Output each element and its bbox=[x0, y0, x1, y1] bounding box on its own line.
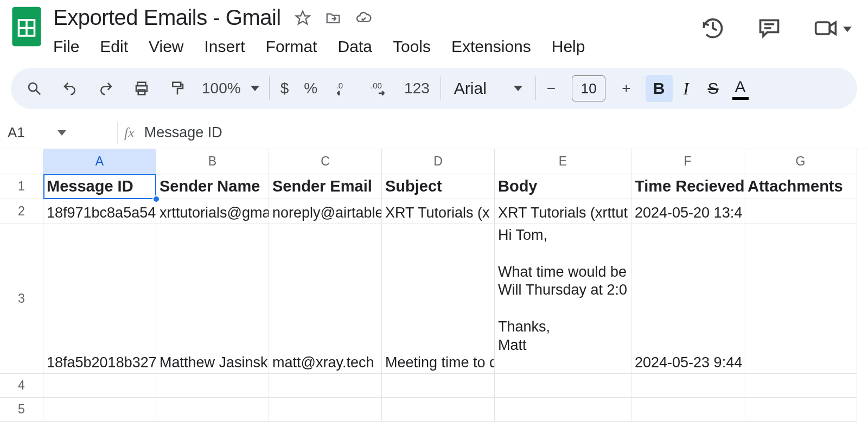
cell-G3[interactable] bbox=[744, 224, 857, 374]
formula-input[interactable]: Message ID bbox=[144, 124, 222, 141]
col-header-C[interactable]: C bbox=[269, 149, 382, 174]
svg-rect-14 bbox=[173, 82, 181, 87]
cell-A3[interactable]: 18fa5b2018b327 bbox=[43, 224, 156, 374]
spreadsheet-grid[interactable]: A B C D E F G 1 Message ID Sender Name S… bbox=[0, 149, 868, 422]
font-select[interactable]: Arial bbox=[444, 79, 532, 98]
cell-E2[interactable]: XRT Tutorials (xrttut bbox=[495, 199, 631, 224]
svg-text:.00: .00 bbox=[371, 81, 382, 90]
cell-E3[interactable]: Hi Tom, What time would be Will Thursday… bbox=[495, 224, 631, 374]
row-header-3[interactable]: 3 bbox=[0, 224, 43, 374]
cloud-saved-icon[interactable] bbox=[355, 9, 372, 27]
star-icon[interactable] bbox=[294, 9, 311, 27]
cell-C1[interactable]: Sender Email bbox=[269, 174, 382, 199]
document-title[interactable]: Exported Emails - Gmail bbox=[53, 5, 281, 30]
select-all-corner[interactable] bbox=[0, 149, 43, 174]
fx-icon: fx bbox=[124, 125, 135, 141]
cell-C5[interactable] bbox=[269, 398, 382, 422]
svg-text:.0: .0 bbox=[336, 81, 343, 90]
increase-font-size-button[interactable]: + bbox=[614, 80, 638, 97]
decrease-decimal-button[interactable]: .0 bbox=[325, 75, 361, 102]
row-header-5[interactable]: 5 bbox=[0, 398, 43, 422]
cell-C4[interactable] bbox=[269, 374, 382, 398]
menu-format[interactable]: Format bbox=[266, 37, 317, 56]
menu-file[interactable]: File bbox=[53, 37, 79, 56]
bold-button[interactable]: B bbox=[646, 75, 673, 102]
comments-icon[interactable] bbox=[757, 16, 781, 42]
col-header-A[interactable]: A bbox=[43, 149, 156, 174]
cell-F2[interactable]: 2024-05-20 13:4 bbox=[631, 199, 744, 224]
chevron-down-icon bbox=[514, 86, 522, 91]
svg-point-9 bbox=[29, 83, 37, 91]
undo-icon[interactable] bbox=[52, 75, 88, 102]
menu-extensions[interactable]: Extensions bbox=[451, 37, 531, 56]
zoom-select[interactable]: 100% bbox=[195, 80, 266, 97]
search-menus-icon[interactable] bbox=[16, 75, 52, 102]
formula-bar: A1 fx Message ID bbox=[0, 117, 868, 149]
cell-D4[interactable] bbox=[382, 374, 495, 398]
cell-F4[interactable] bbox=[631, 374, 744, 398]
cell-B3[interactable]: Matthew Jasinsk bbox=[156, 224, 269, 374]
menu-insert[interactable]: Insert bbox=[205, 37, 245, 56]
format-percent-button[interactable]: % bbox=[296, 80, 325, 97]
cell-D1[interactable]: Subject bbox=[382, 174, 495, 199]
text-color-button[interactable]: A bbox=[727, 75, 754, 102]
cell-B5[interactable] bbox=[156, 398, 269, 422]
menu-view[interactable]: View bbox=[149, 37, 183, 56]
decrease-font-size-button[interactable]: − bbox=[539, 80, 563, 97]
move-folder-icon[interactable] bbox=[324, 9, 342, 27]
row-header-4[interactable]: 4 bbox=[0, 374, 43, 398]
cell-E1[interactable]: Body bbox=[495, 174, 631, 199]
cell-A4[interactable] bbox=[43, 374, 156, 398]
name-box[interactable]: A1 bbox=[8, 124, 111, 141]
row-header-2[interactable]: 2 bbox=[0, 199, 43, 224]
format-numfmt-button[interactable]: 123 bbox=[397, 80, 437, 97]
menu-data[interactable]: Data bbox=[338, 37, 372, 56]
menu-help[interactable]: Help bbox=[552, 37, 585, 56]
cell-D2[interactable]: XRT Tutorials (x bbox=[382, 199, 495, 224]
print-icon[interactable] bbox=[124, 75, 159, 102]
chevron-down-icon bbox=[251, 86, 259, 91]
cell-B4[interactable] bbox=[156, 374, 269, 398]
redo-icon[interactable] bbox=[88, 75, 124, 102]
chevron-down-icon bbox=[58, 130, 66, 136]
cell-F3[interactable]: 2024-05-23 9:44 bbox=[631, 224, 744, 374]
cell-G1[interactable]: Attachments bbox=[744, 174, 857, 199]
toolbar: 100% $ % .0 .00 123 Arial − + B I S A bbox=[11, 68, 857, 109]
strikethrough-button[interactable]: S bbox=[700, 75, 727, 102]
cell-A2[interactable]: 18f971bc8a5a54 bbox=[43, 199, 156, 224]
cell-F1[interactable]: Time Recieved bbox=[631, 174, 744, 199]
cell-C3[interactable]: matt@xray.tech bbox=[269, 224, 382, 374]
paint-format-icon[interactable] bbox=[159, 75, 195, 102]
col-header-D[interactable]: D bbox=[382, 149, 495, 174]
svg-marker-4 bbox=[296, 11, 309, 24]
cell-E5[interactable] bbox=[495, 398, 631, 422]
format-currency-button[interactable]: $ bbox=[273, 80, 297, 97]
cell-B2[interactable]: xrttutorials@gma bbox=[156, 199, 269, 224]
italic-button[interactable]: I bbox=[673, 75, 700, 102]
svg-line-10 bbox=[36, 91, 41, 95]
menu-edit[interactable]: Edit bbox=[100, 37, 128, 56]
meet-icon[interactable] bbox=[814, 16, 838, 42]
cell-E4[interactable] bbox=[495, 374, 631, 398]
row-header-1[interactable]: 1 bbox=[0, 174, 43, 199]
font-size-input[interactable] bbox=[572, 75, 605, 101]
menu-tools[interactable]: Tools bbox=[393, 37, 431, 56]
col-header-E[interactable]: E bbox=[495, 149, 631, 174]
cell-G2[interactable] bbox=[744, 199, 857, 224]
history-icon[interactable] bbox=[701, 16, 725, 42]
col-header-G[interactable]: G bbox=[744, 149, 857, 174]
cell-G4[interactable] bbox=[744, 374, 857, 398]
cell-F5[interactable] bbox=[631, 398, 744, 422]
cell-A5[interactable] bbox=[43, 398, 156, 422]
col-header-B[interactable]: B bbox=[156, 149, 269, 174]
increase-decimal-button[interactable]: .00 bbox=[361, 75, 397, 102]
cell-A1[interactable]: Message ID bbox=[43, 174, 156, 199]
cell-G5[interactable] bbox=[744, 398, 857, 422]
cell-D3[interactable]: Meeting time to d bbox=[382, 224, 495, 374]
cell-D5[interactable] bbox=[382, 398, 495, 422]
cell-C2[interactable]: noreply@airtable bbox=[269, 199, 382, 224]
meet-dropdown-icon[interactable] bbox=[843, 27, 852, 32]
col-header-F[interactable]: F bbox=[631, 149, 744, 174]
cell-B1[interactable]: Sender Name bbox=[156, 174, 269, 199]
sheets-logo[interactable] bbox=[11, 5, 42, 48]
